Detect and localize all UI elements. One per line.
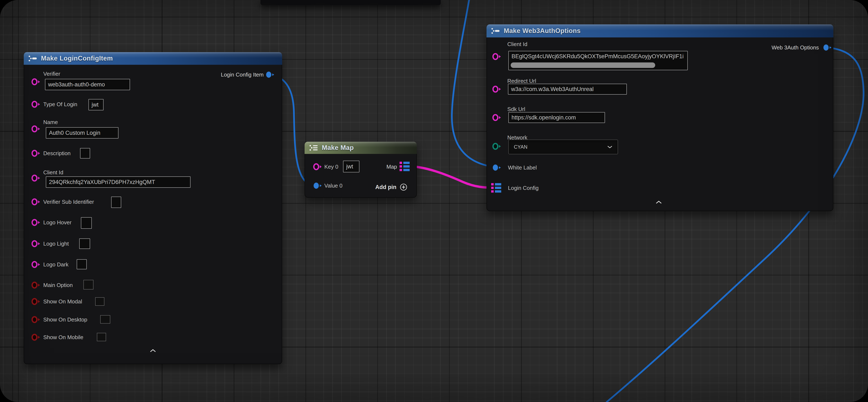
pin-logo-hover[interactable]	[31, 219, 41, 226]
chevron-down-icon	[607, 145, 613, 149]
pin-label-login-config: Login Config	[508, 184, 538, 192]
pin-label-show-on-modal: Show On Modal	[43, 298, 82, 305]
input-key-0[interactable]: jwt	[343, 161, 360, 172]
add-pin-icon[interactable]	[400, 183, 407, 191]
pin-label-verifier: Verifier	[43, 70, 60, 77]
pin-label-sdk-url: Sdk Url	[507, 106, 525, 113]
collapse-node-button[interactable]	[149, 349, 157, 353]
node-make-loginconfigitem[interactable]: Make LoginConfigItem Login Config Item V…	[24, 52, 282, 364]
input-redirect-url[interactable]: w3a://com.w3a.Web3AuthUnreal	[508, 84, 627, 95]
pin-label-logo-hover: Logo Hover	[43, 219, 71, 226]
node-make-web3authoptions[interactable]: Make Web3AuthOptions Web 3Auth Options C…	[487, 24, 833, 211]
pin-label-logo-dark: Logo Dark	[43, 261, 68, 268]
pin-show-on-mobile[interactable]	[31, 334, 41, 341]
checkbox-show-on-modal[interactable]	[95, 297, 104, 306]
node-make-map[interactable]: Make Map Key 0 jwt Map Value 0 Add pin	[305, 142, 417, 198]
node-make-loginconfigitem-header[interactable]: Make LoginConfigItem	[24, 52, 282, 65]
make-struct-icon	[28, 55, 38, 62]
input-logo-light[interactable]	[79, 238, 90, 249]
pin-label-description: Description	[43, 150, 70, 157]
wire-makemap-to-loginconfig[interactable]	[410, 166, 495, 188]
output-label-login-config-item: Login Config Item	[221, 71, 264, 78]
input-verifier-value: web3auth-auth0-demo	[48, 81, 105, 88]
make-struct-icon	[491, 28, 500, 34]
pin-label-type-of-login: Type Of Login	[43, 101, 77, 108]
node-title: Make LoginConfigItem	[41, 55, 113, 62]
input-name[interactable]: Auth0 Custom Login	[46, 127, 119, 139]
node-make-web3authoptions-header[interactable]: Make Web3AuthOptions	[487, 24, 833, 37]
pin-out-web3auth-options[interactable]	[822, 44, 833, 51]
input-verifier[interactable]: web3auth-auth0-demo	[45, 79, 130, 90]
checkbox-show-on-mobile[interactable]	[97, 333, 106, 341]
input-type-of-login-value: jwt	[92, 102, 98, 108]
pin-key-0[interactable]	[312, 163, 323, 171]
input-logo-dark[interactable]	[77, 259, 87, 269]
pin-type-of-login[interactable]	[31, 100, 41, 108]
input-logo-hover[interactable]	[81, 217, 92, 229]
input-client-id[interactable]: BEglQSgt4cUWcj6SKRdu5QkOXTsePmMcusG5EAoy…	[508, 51, 688, 70]
pin-logo-light[interactable]	[31, 240, 41, 248]
pin-label-main-option: Main Option	[43, 282, 73, 289]
output-label-map: Map	[386, 163, 397, 170]
pin-verifier-sub-identifier[interactable]	[31, 198, 41, 206]
input-name-value: Auth0 Custom Login	[49, 130, 100, 136]
collapse-node-button[interactable]	[655, 200, 662, 204]
pin-client-id[interactable]	[492, 53, 502, 60]
checkbox-show-on-desktop[interactable]	[100, 315, 110, 323]
pin-label-redirect-url: Redirect Url	[507, 77, 536, 85]
make-container-icon	[309, 145, 318, 151]
pin-show-on-desktop[interactable]	[31, 316, 41, 323]
input-type-of-login[interactable]: jwt	[88, 99, 103, 110]
pin-login-config[interactable]	[491, 183, 501, 193]
network-dropdown-value: CYAN	[514, 144, 527, 150]
pin-description[interactable]	[31, 149, 41, 157]
pin-label-key-0: Key 0	[324, 163, 338, 170]
pin-label-client-id: Client Id	[43, 169, 63, 176]
node-make-map-header[interactable]: Make Map	[305, 142, 417, 154]
input-client-id-scrollbar[interactable]	[511, 62, 655, 68]
pin-client-id[interactable]	[31, 174, 41, 182]
pin-label-logo-light: Logo Light	[43, 240, 69, 247]
node-title: Make Web3AuthOptions	[504, 27, 581, 35]
input-redirect-url-value: w3a://com.w3a.Web3AuthUnreal	[511, 86, 594, 92]
pin-logo-dark[interactable]	[31, 261, 41, 268]
pin-label-client-id: Client Id	[507, 40, 527, 48]
pin-label-white-label: White Label	[508, 164, 537, 171]
input-client-id-value: BEglQSgt4cUWcj6SKRdu5QkOXTsePmMcusG5EAoy…	[512, 53, 684, 60]
input-sdk-url[interactable]: https://sdk.openlogin.com	[508, 112, 605, 123]
checkbox-main-option[interactable]	[84, 280, 93, 289]
pin-label-name: Name	[43, 119, 58, 126]
input-key-0-value: jwt	[346, 163, 353, 170]
pin-verifier[interactable]	[31, 78, 41, 86]
pin-out-map[interactable]	[400, 162, 410, 171]
input-sdk-url-value: https://sdk.openlogin.com	[512, 114, 576, 121]
input-verifier-sub-identifier[interactable]	[111, 197, 121, 208]
pin-main-option[interactable]	[31, 281, 41, 289]
pin-label-verifier-sub-identifier: Verifier Sub Identifier	[43, 198, 94, 205]
pin-redirect-url[interactable]	[492, 85, 502, 93]
pin-label-show-on-mobile: Show On Mobile	[43, 334, 84, 341]
input-description[interactable]	[80, 148, 90, 159]
pin-network[interactable]	[492, 143, 502, 150]
pin-white-label[interactable]	[492, 164, 502, 171]
output-label-web3auth-options: Web 3Auth Options	[772, 44, 819, 51]
pin-label-value-0: Value 0	[324, 182, 342, 189]
node-title: Make Map	[322, 144, 354, 151]
add-pin-label[interactable]: Add pin	[375, 183, 396, 191]
network-dropdown[interactable]: CYAN	[508, 140, 618, 154]
blueprint-graph-screen: Make LoginConfigItem Login Config Item V…	[0, 0, 868, 402]
input-client-id[interactable]: 294QRkchfq2YaXUbPri7D6PH7xzHgQMT	[46, 176, 190, 188]
pin-value-0[interactable]	[312, 182, 323, 190]
pin-show-on-modal[interactable]	[31, 298, 41, 305]
pin-out-login-config-item[interactable]	[265, 71, 275, 79]
pin-sdk-url[interactable]	[492, 114, 502, 121]
pin-name[interactable]	[31, 125, 41, 133]
input-client-id-value: 294QRkchfq2YaXUbPri7D6PH7xzHgQMT	[49, 179, 155, 185]
pin-label-show-on-desktop: Show On Desktop	[43, 316, 87, 323]
